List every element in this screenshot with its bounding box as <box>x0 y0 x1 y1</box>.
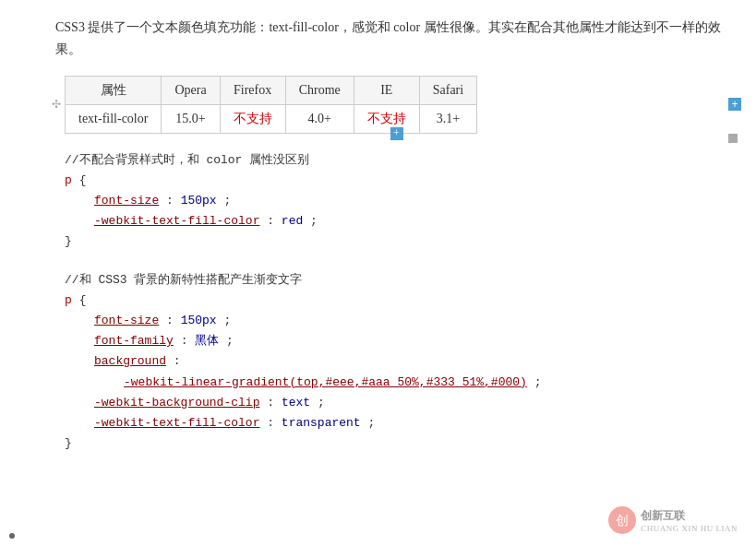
code-prop-fontsize-1: font-size <box>94 194 159 208</box>
code-line-fontsize-2: font-size : 150px ; <box>94 311 728 331</box>
col-header-firefox: Firefox <box>220 76 285 104</box>
table-row: text-fill-color 15.0+ 不支持 4.0+ 不支持 3.1+ <box>66 104 477 133</box>
cell-safari: 3.1+ <box>419 104 476 133</box>
code-prop-fontsize-2: font-size <box>94 314 159 327</box>
page-container: CSS3 提供了一个文本颜色填充功能：text-fill-color，感觉和 c… <box>0 0 756 546</box>
code-comment-2: //和 CSS3 背景的新特性搭配产生渐变文字 <box>65 270 728 291</box>
watermark-logo-icon: 创 <box>607 505 637 535</box>
code-val-transparent: transparent <box>282 416 361 430</box>
code-close-1: } <box>65 231 728 252</box>
browser-compatibility-table: 属性 Opera Firefox Chrome IE Safari text-f… <box>65 76 477 134</box>
col-header-property: 属性 <box>66 76 162 104</box>
cell-ie: 不支持 <box>354 104 419 133</box>
code-val-fontsize-2: 150px <box>181 314 217 327</box>
watermark-en-text: CHUANG XIN HU LIAN <box>641 524 738 533</box>
code-prop-gradient: -webkit-linear-gradient(top,#eee,#aaa 50… <box>124 375 527 389</box>
code-prop-textfill-2: -webkit-text-fill-color <box>94 416 259 430</box>
code-prop-bgclip: -webkit-background-clip <box>94 396 259 410</box>
code-val-fontfamily: 黑体 <box>195 334 219 348</box>
code-val-bgclip: text <box>282 396 310 410</box>
add-row-button[interactable]: + <box>390 127 403 140</box>
col-header-chrome: Chrome <box>285 76 354 104</box>
code-line-textfill-1: -webkit-text-fill-color : red ; <box>94 211 728 231</box>
code-semi-1: ; <box>223 194 231 208</box>
code-semi-3: ; <box>223 314 231 327</box>
code-keyword-p2: p <box>65 293 72 307</box>
code-line-fontfamily: font-family : 黑体 ; <box>94 331 728 351</box>
code-comment-1: //不配合背景样式时，和 color 属性没区别 <box>65 150 728 171</box>
code-block-2: //和 CSS3 背景的新特性搭配产生渐变文字 p { font-size : … <box>65 270 728 454</box>
code-line-gradient: -webkit-linear-gradient(top,#eee,#aaa 50… <box>124 373 728 393</box>
code-keyword-p1: p <box>65 173 72 187</box>
code-colon-2: : <box>267 214 282 228</box>
code-val-red: red <box>282 214 303 228</box>
table-header-row: 属性 Opera Firefox Chrome IE Safari <box>66 76 477 104</box>
cell-opera: 15.0+ <box>162 104 220 133</box>
code-colon-7: : <box>267 416 282 430</box>
code-prop-textfill-1: -webkit-text-fill-color <box>94 214 259 228</box>
table-wrapper: ✣ 属性 Opera Firefox Chrome IE Safari text… <box>65 76 728 134</box>
move-handle-icon[interactable]: ✣ <box>52 98 61 112</box>
code-prop-fontfamily: font-family <box>94 334 174 348</box>
code-colon-6: : <box>267 396 274 410</box>
code-semi-2: ; <box>310 214 318 228</box>
svg-text:创: 创 <box>616 514 629 528</box>
bottom-dot-indicator <box>9 533 15 539</box>
code-line-background-label: background : <box>94 351 728 372</box>
code-semi-4: ; <box>226 334 234 348</box>
code-colon-5: : <box>174 354 181 368</box>
table-resize-handle[interactable] <box>728 134 738 143</box>
code-colon-1: : <box>166 194 181 208</box>
code-selector-2: p { <box>65 291 728 311</box>
code-semi-6: ; <box>318 396 325 410</box>
watermark-cn-text: 创新互联 <box>641 508 738 524</box>
col-header-opera: Opera <box>162 76 220 104</box>
add-column-button[interactable]: + <box>728 98 741 111</box>
code-brace-open-1: { <box>79 173 87 187</box>
code-brace-open-2: { <box>79 293 87 307</box>
code-val-fontsize-1: 150px <box>181 194 217 208</box>
code-close-2: } <box>65 433 728 454</box>
intro-text: CSS3 提供了一个文本颜色填充功能：text-fill-color，感觉和 c… <box>55 17 728 61</box>
code-colon-4: : <box>181 334 196 348</box>
code-line-textfill-2: -webkit-text-fill-color : transparent ; <box>94 413 728 433</box>
code-prop-background: background <box>94 354 166 368</box>
code-line-fontsize-1: font-size : 150px ; <box>94 191 728 211</box>
code-colon-3: : <box>166 314 181 327</box>
cell-chrome: 4.0+ <box>285 104 354 133</box>
col-header-safari: Safari <box>419 76 476 104</box>
col-header-ie: IE <box>354 76 419 104</box>
code-semi-5: ; <box>534 375 542 389</box>
watermark: 创 创新互联 CHUANG XIN HU LIAN <box>607 505 738 535</box>
code-semi-7: ; <box>368 416 376 430</box>
code-block-1: //不配合背景样式时，和 color 属性没区别 p { font-size :… <box>65 150 728 252</box>
code-line-bgclip: -webkit-background-clip : text ; <box>94 393 728 413</box>
cell-firefox: 不支持 <box>220 104 285 133</box>
cell-property: text-fill-color <box>66 104 162 133</box>
code-selector-1: p { <box>65 171 728 191</box>
